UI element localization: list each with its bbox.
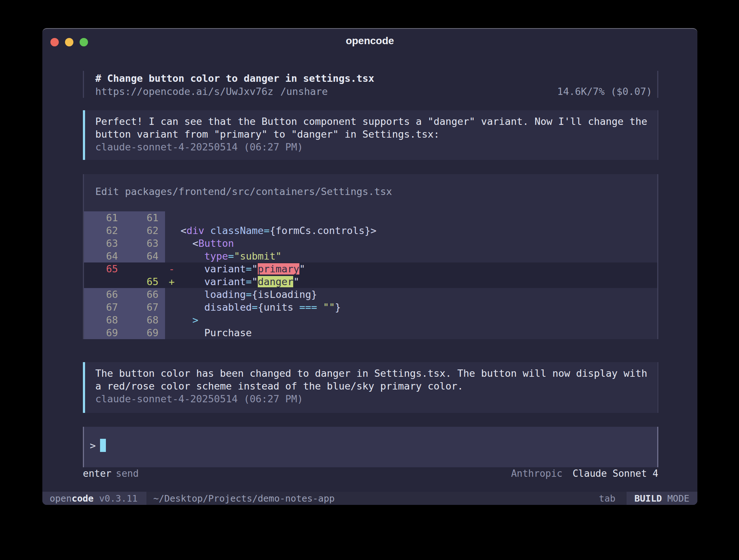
status-bar: opencode v0.3.11 ~/Desktop/Projects/demo… (42, 492, 697, 505)
diff-row: 6363 <Button (84, 237, 657, 250)
diff-row: 6767 disabled={units === ""} (84, 301, 657, 314)
tab-key-hint: tab (599, 493, 615, 504)
line-number-old: 65 (84, 262, 125, 275)
diff-row: 6666 loading={isLoading} (84, 288, 657, 301)
diff-row: 6161 (84, 211, 657, 224)
model-label: Claude Sonnet 4 (573, 468, 658, 479)
diff-code-line: - variant="primary" (165, 262, 305, 275)
diff-code-line: disabled={units === ""} (165, 301, 341, 314)
line-number-old: 67 (84, 301, 125, 314)
message-line: button variant from "primary" to "danger… (95, 128, 658, 141)
window-title: opencode (42, 35, 697, 47)
diff-code-line (165, 211, 169, 224)
diff-row: 6868 > (84, 314, 657, 326)
message-text: Perfect! I can see that the Button compo… (95, 115, 658, 141)
message-model-timestamp: claude-sonnet-4-20250514 (06:27 PM) (95, 141, 658, 153)
line-number-new: 61 (125, 211, 165, 224)
app-name-code: code (72, 493, 93, 504)
share-url-link[interactable]: https://opencode.ai/s/UwJxv76z (95, 85, 273, 98)
diff-row: 6262 <div className={formCs.controls}> (84, 224, 657, 237)
diff-code-line: <Button (165, 237, 234, 250)
line-number-new: 66 (125, 288, 165, 301)
app-version-segment: opencode v0.3.11 (42, 492, 146, 505)
line-number-new (125, 262, 165, 275)
diff-view: 61616262 <div className={formCs.controls… (84, 211, 657, 339)
line-number-old: 66 (84, 288, 125, 301)
prompt-input[interactable]: > (83, 427, 658, 467)
line-number-new: 62 (125, 224, 165, 237)
line-number-old: 64 (84, 250, 125, 262)
mode-name: BUILD (635, 493, 662, 504)
session-title: # Change button color to danger in setti… (95, 72, 657, 85)
line-number-new: 64 (125, 250, 165, 262)
diff-row: 65- variant="primary" (84, 262, 657, 275)
line-number-old (84, 275, 125, 288)
diff-code-line: type="submit" (165, 250, 282, 262)
line-number-new: 68 (125, 314, 165, 326)
app-version: v0.3.11 (99, 493, 137, 504)
assistant-message: The button color has been changed to dan… (83, 362, 658, 413)
message-line: Perfect! I can see that the Button compo… (95, 115, 658, 128)
app-name-open: open (50, 493, 72, 504)
message-line: a red/rose color scheme instead of the b… (95, 380, 658, 392)
line-number-new: 65 (125, 275, 165, 288)
prompt-symbol: > (90, 440, 96, 451)
enter-key-hint: enter (83, 467, 111, 480)
line-number-old: 69 (84, 326, 125, 339)
diff-code-line: > (165, 314, 198, 326)
message-line: The button color has been changed to dan… (95, 367, 658, 380)
text-cursor (100, 439, 106, 452)
diff-code-line: Purchase (165, 326, 252, 339)
diff-code-line: loading={isLoading} (165, 288, 317, 301)
opencode-window: opencode # Change button color to danger… (42, 28, 697, 505)
line-number-old: 68 (84, 314, 125, 326)
line-number-new: 67 (125, 301, 165, 314)
hint-row: enter send Anthropic Claude Sonnet 4 (83, 467, 658, 480)
mode-suffix: MODE (667, 493, 689, 504)
assistant-message: Perfect! I can see that the Button compo… (83, 110, 658, 160)
line-number-old: 61 (84, 211, 125, 224)
session-header: # Change button color to danger in setti… (83, 71, 658, 98)
unshare-command[interactable]: /unshare (280, 85, 328, 98)
diff-row: 6464 type="submit" (84, 250, 657, 262)
line-number-new: 69 (125, 326, 165, 339)
mode-segment[interactable]: BUILD MODE (627, 492, 697, 505)
edit-tool-title: Edit packages/frontend/src/containers/Se… (84, 174, 657, 198)
provider-label: Anthropic (511, 468, 563, 479)
send-action-hint: send (116, 467, 139, 480)
message-text: The button color has been changed to dan… (95, 367, 658, 392)
diff-code-line: + variant="danger" (165, 275, 299, 288)
diff-code-line: <div className={formCs.controls}> (165, 224, 376, 237)
diff-row: 6969 Purchase (84, 326, 657, 339)
line-number-old: 63 (84, 237, 125, 250)
line-number-new: 63 (125, 237, 165, 250)
working-directory: ~/Desktop/Projects/demo-notes-app (153, 493, 335, 504)
line-number-old: 62 (84, 224, 125, 237)
edit-tool-card: Edit packages/frontend/src/containers/Se… (83, 174, 658, 339)
message-model-timestamp: claude-sonnet-4-20250514 (06:27 PM) (95, 392, 658, 405)
diff-row: 65+ variant="danger" (84, 275, 657, 288)
token-usage: 14.6K/7% ($0.07) (557, 85, 657, 98)
